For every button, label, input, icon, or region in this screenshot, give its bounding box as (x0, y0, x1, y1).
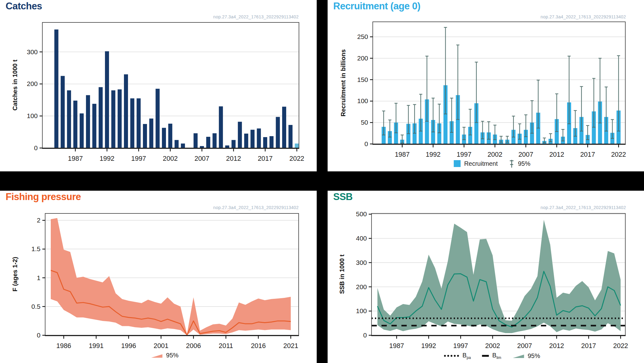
svg-text:2012: 2012 (226, 155, 241, 162)
svg-text:150: 150 (357, 76, 368, 83)
svg-text:200: 200 (27, 80, 38, 87)
svg-text:2007: 2007 (519, 151, 533, 158)
legend-item-ci: 95% (509, 159, 530, 169)
svg-text:2007: 2007 (517, 342, 532, 350)
svg-text:0: 0 (363, 332, 367, 339)
fishing-pressure-legend: 95% (145, 352, 184, 359)
legend-item-95: 95% (151, 352, 178, 359)
svg-text:500: 500 (356, 210, 367, 217)
svg-text:2012: 2012 (549, 342, 564, 350)
panel-ssb: SSB nop.27.3a4_2022_17613_2022929113402 … (328, 191, 644, 363)
svg-text:0.5: 0.5 (31, 303, 40, 310)
catches-bar-chart: 0100200300198719921997200220072012201720… (0, 0, 317, 171)
recruitment-legend: Recruitment 95% (448, 159, 536, 169)
svg-text:2002: 2002 (487, 151, 502, 158)
legend-item-95: 95% (512, 352, 540, 360)
fishing-pressure-line-chart: 00.511.521986199119962001200620112016202… (0, 191, 317, 363)
legend-item-blim: Blim (482, 352, 501, 360)
svg-text:2011: 2011 (219, 342, 233, 350)
svg-text:1987: 1987 (68, 155, 83, 162)
four-panel-stock-assessment: Catches nop.27.3a4_2022_17613_2022929113… (0, 0, 644, 363)
band-wedge-icon (151, 353, 163, 358)
svg-text:200: 200 (357, 55, 368, 62)
legend-item-bpa: Bpa (444, 352, 471, 360)
svg-text:200: 200 (356, 283, 367, 290)
svg-text:2001: 2001 (154, 342, 168, 350)
svg-text:300: 300 (356, 259, 367, 266)
svg-text:2007: 2007 (194, 155, 209, 162)
legend-label: Blim (492, 352, 501, 360)
svg-text:50: 50 (361, 119, 368, 126)
panel-fishing-pressure: Fishing pressure nop.27.3a4_2022_17613_2… (0, 191, 317, 363)
svg-text:2002: 2002 (485, 342, 500, 350)
svg-text:1991: 1991 (89, 342, 104, 350)
svg-text:1987: 1987 (395, 151, 410, 158)
legend-label: Bpa (462, 352, 471, 360)
svg-text:1986: 1986 (56, 342, 71, 350)
legend-label: 95% (518, 160, 530, 167)
legend-label: Recruitment (464, 160, 498, 167)
band-wedge-icon (512, 353, 524, 358)
svg-text:1997: 1997 (453, 342, 468, 350)
svg-text:250: 250 (357, 33, 368, 40)
svg-text:2022: 2022 (289, 155, 304, 162)
svg-text:1992: 1992 (426, 151, 441, 158)
svg-text:0: 0 (34, 144, 38, 151)
svg-text:0: 0 (37, 332, 40, 339)
svg-text:1.5: 1.5 (31, 245, 40, 252)
legend-label: 95% (166, 352, 178, 359)
recruitment-series-swatch (454, 160, 461, 167)
svg-text:400: 400 (356, 235, 367, 242)
svg-text:1997: 1997 (131, 155, 146, 162)
svg-text:2021: 2021 (283, 342, 298, 350)
svg-text:2: 2 (37, 217, 40, 224)
svg-text:1997: 1997 (457, 151, 471, 158)
svg-text:0: 0 (364, 140, 368, 147)
ssb-legend: Bpa Blim 95% (438, 352, 546, 360)
svg-text:2016: 2016 (251, 342, 266, 350)
svg-text:2017: 2017 (580, 151, 595, 158)
svg-text:1987: 1987 (389, 342, 404, 350)
svg-text:1: 1 (37, 274, 40, 281)
svg-text:300: 300 (27, 48, 38, 55)
svg-text:100: 100 (356, 307, 367, 314)
svg-text:2017: 2017 (581, 342, 596, 350)
panel-recruitment: Recruitment (age 0) nop.27.3a4_2022_1761… (328, 0, 644, 171)
svg-text:2022: 2022 (613, 342, 628, 350)
svg-text:1992: 1992 (100, 155, 115, 162)
svg-text:2012: 2012 (549, 151, 564, 158)
svg-text:1992: 1992 (421, 342, 436, 350)
legend-item-recruitment: Recruitment (454, 160, 498, 167)
svg-text:100: 100 (27, 112, 38, 119)
svg-text:2022: 2022 (611, 151, 626, 158)
recruitment-bar-chart: 0501001502002501987199219972002200720122… (328, 0, 644, 171)
blim-dashed-line-icon (482, 355, 489, 357)
errorbar-icon (509, 159, 514, 169)
svg-text:2002: 2002 (163, 155, 178, 162)
svg-text:1996: 1996 (121, 342, 136, 350)
svg-text:2017: 2017 (258, 155, 273, 162)
svg-text:2006: 2006 (186, 342, 201, 350)
panel-catches: Catches nop.27.3a4_2022_17613_2022929113… (0, 0, 317, 171)
bpa-dotted-line-icon (444, 355, 459, 357)
legend-label: 95% (528, 352, 540, 360)
svg-text:100: 100 (357, 97, 368, 104)
ssb-line-chart: 0100200300400500198719921997200220072012… (328, 191, 644, 363)
